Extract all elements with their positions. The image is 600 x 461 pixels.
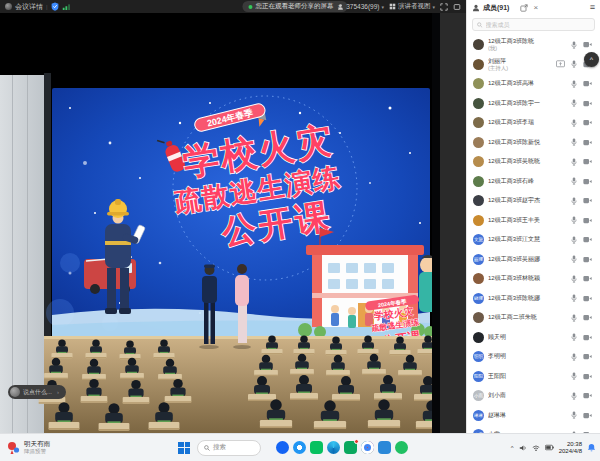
member-search-box[interactable] xyxy=(472,18,595,31)
mic-icon[interactable] xyxy=(570,138,578,146)
camera-icon[interactable] xyxy=(583,334,592,341)
app-icon-chrome[interactable] xyxy=(361,441,374,454)
mic-icon[interactable] xyxy=(570,275,578,283)
member-row[interactable]: 12级工商3班林晓颖 xyxy=(467,269,600,289)
mic-icon[interactable] xyxy=(570,80,578,88)
mic-icon[interactable] xyxy=(570,119,578,127)
camera-icon[interactable] xyxy=(583,373,592,380)
popout-panel-icon[interactable] xyxy=(520,4,528,12)
mic-icon[interactable] xyxy=(570,158,578,166)
camera-icon[interactable] xyxy=(583,353,592,360)
notification-bell-icon[interactable] xyxy=(587,443,596,452)
security-shield-icon[interactable] xyxy=(51,2,59,11)
members-count-title: 成员(91) xyxy=(483,3,509,13)
member-row[interactable]: 阳阳 王阳阳 xyxy=(467,367,600,387)
member-row[interactable]: 12级工商3班陈新悦 xyxy=(467,133,600,153)
member-row[interactable]: 文慧 12级工商3班江文慧 xyxy=(467,230,600,250)
member-avatar xyxy=(473,137,484,148)
mic-icon[interactable] xyxy=(570,255,578,263)
mic-icon[interactable] xyxy=(570,197,578,205)
app-icon-blue[interactable] xyxy=(276,441,289,454)
camera-icon[interactable] xyxy=(583,158,592,165)
member-row[interactable]: 12级工商3班石峰 xyxy=(467,172,600,192)
member-row[interactable]: 琳琳 赵琳琳 xyxy=(467,406,600,426)
camera-icon[interactable] xyxy=(583,392,592,399)
wifi-icon[interactable] xyxy=(532,444,540,452)
hamburger-menu-icon[interactable]: ≡ xyxy=(590,3,595,12)
camera-icon[interactable] xyxy=(583,412,592,419)
camera-icon[interactable] xyxy=(583,217,592,224)
mic-icon[interactable] xyxy=(570,60,578,68)
close-panel-icon[interactable]: × xyxy=(533,4,538,12)
member-row[interactable]: 12级工商3班陈宇一 xyxy=(467,94,600,114)
weather-widget[interactable]: 明天有雨 降温预警 xyxy=(6,434,50,461)
mic-icon[interactable] xyxy=(570,372,578,380)
mic-icon[interactable] xyxy=(570,392,578,400)
mic-icon[interactable] xyxy=(570,177,578,185)
app-icon-wechat[interactable] xyxy=(310,441,323,454)
mic-icon[interactable] xyxy=(570,99,578,107)
app-icon-green[interactable] xyxy=(395,441,408,454)
camera-icon[interactable] xyxy=(583,178,592,185)
view-mode-control[interactable]: 演讲者视图 ▾ xyxy=(389,2,435,11)
member-row[interactable]: 小雨 刘小雨 xyxy=(467,386,600,406)
live-video-feed[interactable]: 2024年春季 学校火灾 疏散逃生演练 公开课 xyxy=(0,13,440,433)
watching-share-banner[interactable]: 您正在观看老师分享的屏幕 × xyxy=(242,1,347,12)
screen-share-icon xyxy=(556,60,565,68)
mic-icon[interactable] xyxy=(570,333,578,341)
mic-icon[interactable] xyxy=(570,216,578,224)
app-icon-camera[interactable] xyxy=(378,441,391,454)
member-row[interactable]: 晓娜 12级工商3班陈晓娜 xyxy=(467,289,600,309)
chat-input-pill[interactable]: 说点什么... › xyxy=(8,385,66,399)
member-row[interactable]: 12级工商3班高琳 xyxy=(467,74,600,94)
network-signal-icon[interactable] xyxy=(62,3,71,11)
mic-icon[interactable] xyxy=(570,41,578,49)
member-row[interactable]: 12级工商3班吴晓晓 xyxy=(467,152,600,172)
member-row[interactable]: 12级工商3班李瑞 xyxy=(467,113,600,133)
app-icon-messages[interactable] xyxy=(344,441,357,454)
camera-icon[interactable] xyxy=(583,100,592,107)
camera-icon[interactable] xyxy=(583,80,592,87)
member-row[interactable]: 12级工商3班陈晓 (我) xyxy=(467,35,600,55)
scroll-to-top-button[interactable]: ^ xyxy=(584,52,599,67)
tray-expand-icon[interactable]: ^ xyxy=(511,445,514,451)
member-row[interactable]: 顾天明 xyxy=(467,328,600,348)
mic-icon[interactable] xyxy=(570,411,578,419)
battery-icon[interactable] xyxy=(545,444,554,451)
member-avatar xyxy=(473,39,484,50)
camera-icon[interactable] xyxy=(583,236,592,243)
member-row[interactable]: 明明 李明明 xyxy=(467,347,600,367)
meeting-info[interactable]: 会议详情 | xyxy=(0,2,71,12)
app-icon-clock[interactable] xyxy=(293,441,306,454)
member-row[interactable]: 刘丽萍 (主持人) xyxy=(467,55,600,75)
camera-icon[interactable] xyxy=(583,119,592,126)
member-row[interactable]: 12级工商3班王丰美 xyxy=(467,211,600,231)
camera-icon[interactable] xyxy=(583,295,592,302)
camera-icon[interactable] xyxy=(583,256,592,263)
app-icon-edge[interactable] xyxy=(327,441,340,454)
fullscreen-icon[interactable] xyxy=(440,3,448,11)
member-name: 刘小雨 xyxy=(488,392,566,399)
camera-icon[interactable] xyxy=(583,314,592,321)
member-row[interactable]: 12级工商二班朱晓 xyxy=(467,308,600,328)
member-row[interactable]: 小雷 小雷 xyxy=(467,425,600,433)
camera-icon[interactable] xyxy=(583,197,592,204)
search-input[interactable] xyxy=(486,22,590,28)
windows-start-button[interactable] xyxy=(178,442,190,454)
taskbar-clock[interactable]: 20:38 2024/4/8 xyxy=(559,441,582,455)
mic-icon[interactable] xyxy=(570,236,578,244)
member-row[interactable]: 12级工商3班赵宇杰 xyxy=(467,191,600,211)
mic-icon[interactable] xyxy=(570,314,578,322)
camera-icon[interactable] xyxy=(583,41,592,48)
camera-icon[interactable] xyxy=(583,139,592,146)
mic-icon[interactable] xyxy=(570,294,578,302)
mic-icon[interactable] xyxy=(570,353,578,361)
taskbar-search-box[interactable]: 搜索 xyxy=(197,440,261,456)
speaker-icon[interactable] xyxy=(519,444,527,452)
popout-window-icon[interactable] xyxy=(453,3,461,11)
weather-line1: 明天有雨 xyxy=(24,440,50,448)
member-list[interactable]: 12级工商3班陈晓 (我) 刘丽萍 (主持人) xyxy=(467,35,600,433)
viewer-count-control[interactable]: 375436(99) ▾ xyxy=(337,3,384,11)
camera-icon[interactable] xyxy=(583,275,592,282)
member-row[interactable]: 丽娜 12级工商3班吴丽娜 xyxy=(467,250,600,270)
